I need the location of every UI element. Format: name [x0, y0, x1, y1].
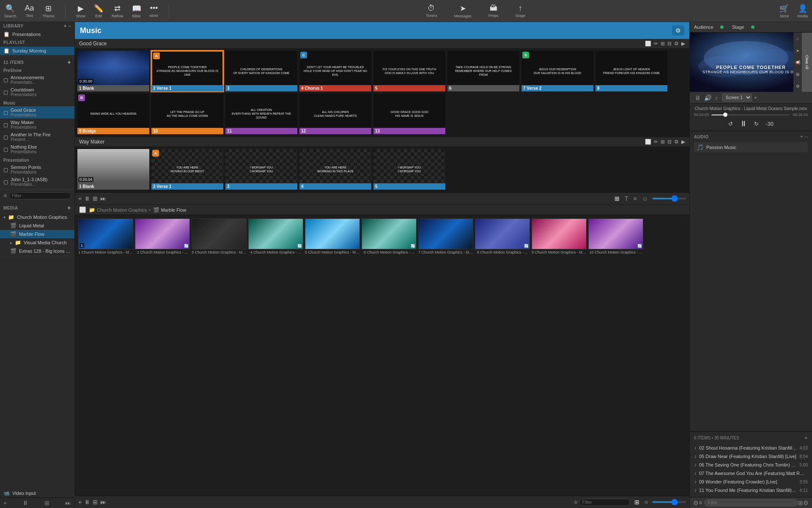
slide-5[interactable]: FIX YOUR EYES ON THIS ONE TRUTHGOD IS MA…	[373, 50, 446, 92]
add-media-btn[interactable]: +	[67, 204, 71, 211]
library-filter-input[interactable]	[9, 192, 71, 199]
extras-item[interactable]: 🎬 Extras 128 - Big Icons - M...	[0, 247, 74, 255]
store-tool[interactable]: 🛒 Store	[779, 4, 789, 18]
slide-8[interactable]: JESUS LIGHT OF HEAVENFRIEND FOREVER HIS …	[595, 50, 668, 92]
text-view-toggle[interactable]: T	[623, 194, 630, 203]
settings-preview-icon[interactable]: ⚙	[796, 84, 800, 88]
add-item-btn[interactable]: +	[67, 59, 71, 66]
slide-11[interactable]: ALL CREATIONEVERYTHING WITH BREATH REPEA…	[225, 93, 298, 135]
slide-13[interactable]: GOOD GRACE GOOD GODHIS NAME IS JESUS 13	[373, 93, 446, 135]
media-thumb-5[interactable]: 5 Church Motion Graphics - Ma...	[305, 218, 360, 492]
way-maker-grid-btn[interactable]: ⊟	[667, 139, 672, 145]
marble-flow-item[interactable]: 🎬 Marble Flow	[0, 230, 74, 238]
list-view-toggle[interactable]: ≡	[632, 194, 639, 203]
search-tool[interactable]: 🔍 Search	[4, 4, 16, 18]
library-expand-btn[interactable]: −	[69, 24, 71, 28]
media-thumb-7[interactable]: 7 Church Motion Graphics - Ma...	[418, 218, 473, 492]
grid-view-toggle[interactable]: ⊞	[613, 194, 621, 203]
library-collapse-btn[interactable]: +	[64, 24, 66, 28]
next-media-btn[interactable]: ⏭	[65, 500, 71, 506]
stage-tool[interactable]: ↑ Stage	[515, 4, 525, 18]
wm-slide-3[interactable]: I WORSHIP YOUI WORSHIP YOU 3	[225, 148, 298, 190]
another-in-fire-item[interactable]: ▢ Another In The Fire Present...	[0, 131, 74, 143]
sermon-points-item[interactable]: ▢ Sermon Points Presentations	[0, 163, 74, 176]
john-item[interactable]: ▢ John 1_1-3 (ASB) Presentatio...	[0, 176, 74, 188]
passion-music-item[interactable]: 🎵 Passion Music	[694, 142, 808, 152]
wm-slide-1[interactable]: 0:20.04 1 Blank	[77, 148, 150, 190]
slide-9-bridge[interactable]: B SWING WIDE ALL YOU HEAVENS 9 Bridge	[77, 93, 150, 135]
add-media-item-btn[interactable]: +	[78, 499, 82, 505]
way-maker-layout-btn[interactable]: ⊞	[661, 139, 665, 145]
good-grace-screen-btn[interactable]: ⬜	[645, 41, 651, 47]
screen-select[interactable]: Screen 1	[722, 94, 752, 102]
media-thumb-6[interactable]: 🔄 6 Church Motion Graphics - ...	[362, 218, 417, 492]
add-media-bottom-btn[interactable]: +	[3, 500, 7, 506]
way-maker-edit-btn[interactable]: ✏	[654, 139, 658, 145]
wm-slide-5[interactable]: I WORSHIP YOUI WORSHIP YOU 5	[373, 148, 446, 190]
breadcrumb-root[interactable]: Church Motion Graphics	[97, 207, 147, 213]
setlist-item-3[interactable]: ♪ 06 The Saving One (Featuring Chris Tom…	[694, 461, 808, 469]
bible-tool[interactable]: 📖 Bible	[132, 4, 141, 18]
good-grace-item[interactable]: ▢ Good Grace Presentations	[0, 106, 74, 119]
setlist-add-btn[interactable]: +	[804, 434, 808, 441]
way-maker-screen-btn[interactable]: ⬜	[645, 139, 651, 145]
right-filter-input[interactable]	[704, 499, 798, 506]
nothing-else-item[interactable]: ▢ Nothing Else Presentations	[0, 143, 74, 155]
fast-forward-btn[interactable]: ↻	[754, 121, 759, 127]
presentations-item[interactable]: 📋 Presentations	[0, 30, 74, 39]
timers-tool[interactable]: ⏱ Timers	[426, 4, 437, 18]
setlist-item-1[interactable]: ♪ 02 Shout Hosanna (Featuring Kristian S…	[694, 444, 808, 452]
countdown-item[interactable]: ▢ Countdown Presentations	[0, 86, 74, 98]
media-back-btn[interactable]: ⬜	[79, 207, 86, 213]
arrow-preview-icon[interactable]: ➤	[796, 48, 799, 53]
media-tool[interactable]: 👤 Media	[797, 4, 808, 18]
media-thumb-2[interactable]: 🔄 2 Church Motion Graphics - ...	[135, 218, 190, 492]
pause-media-item-btn[interactable]: ⏸	[84, 499, 90, 505]
slide-6[interactable]: TAKE COURAGE HOLD ON BE STRONGREMEMBER W…	[447, 50, 520, 92]
add-audio-btn[interactable]: +	[800, 134, 803, 140]
media-thumb-3[interactable]: 3 Church Motion Graphics - Ma...	[192, 218, 247, 492]
skip-media-item-btn[interactable]: ⏭	[100, 499, 106, 505]
setlist-item-5[interactable]: ♪ 09 Wonder (Featuring Crowder) [Live] 3…	[694, 478, 808, 486]
music-preview-icon[interactable]: ♪	[797, 36, 799, 41]
sunday-morning-item[interactable]: 📋 Sunday Morning	[0, 47, 74, 55]
media-zoom-slider[interactable]	[652, 501, 686, 503]
grid-view-btn[interactable]: ⊞	[93, 195, 98, 202]
way-maker-settings-btn[interactable]: ⚙	[674, 139, 679, 145]
rewind-btn[interactable]: ↺	[728, 121, 733, 127]
text-tool[interactable]: Aa Text	[25, 4, 34, 18]
wm-slide-4[interactable]: YOU ARE HEREWORKING IN THIS PLACE 4	[299, 148, 372, 190]
media-thumb-9[interactable]: 9 Church Motion Graphics - Ma...	[532, 218, 587, 492]
grid-media-btn[interactable]: ⊞	[44, 500, 49, 506]
slide-2-verse1[interactable]: A PEOPLE COME TOGETHERSTRANGE AS NEIGHBO…	[151, 50, 224, 92]
pause-media-btn[interactable]: ⏸	[22, 500, 28, 506]
reflow-tool[interactable]: ⇄ Reflow	[112, 4, 123, 18]
slide-12[interactable]: ALL HIS CHILDRENCLEAN HANDS PURE HEARTS …	[299, 93, 372, 135]
announcements-item[interactable]: ▢ Announcements Presentatio...	[0, 74, 74, 86]
church-motion-graphics-folder[interactable]: ▾ 📁 Church Motion Graphics	[0, 213, 74, 221]
emoji-view-toggle[interactable]: ☺	[640, 194, 650, 203]
video-input-item[interactable]: 📹 Video Input	[0, 489, 74, 497]
theme-tool[interactable]: ⊞ Theme	[43, 4, 55, 18]
good-grace-edit-btn[interactable]: ✏	[654, 41, 658, 47]
right-grid-btn[interactable]: ⊞	[798, 500, 803, 506]
layout-preview-icon[interactable]: ⊞	[796, 72, 799, 77]
good-grace-layout-btn[interactable]: ⊞	[661, 41, 665, 47]
media-filter-input[interactable]	[579, 499, 630, 506]
more-tool[interactable]: ••• More	[150, 4, 159, 18]
grid-media-item-btn[interactable]: ⊞	[93, 499, 98, 505]
play-pause-btn[interactable]: ⏸	[740, 119, 747, 128]
zoom-slider[interactable]	[652, 198, 686, 199]
setlist-item-4[interactable]: ♪ 07 The Awesome God You Are (Featuring …	[694, 469, 808, 478]
good-grace-play-btn[interactable]: ▶	[681, 41, 685, 47]
liquid-metal-item[interactable]: 🎬 Liquid Metal	[0, 221, 74, 230]
media-thumb-10[interactable]: 🔄 10 Church Motion Graphics - ...	[588, 218, 643, 492]
edit-tool[interactable]: ✏️ Edit	[94, 4, 103, 18]
wm-slide-2[interactable]: A YOU ARE HEREMOVING IN OUR MIDST 2 Vers…	[151, 148, 224, 190]
media-grid-view-btn[interactable]: ⊞	[633, 498, 641, 506]
right-layout-btn[interactable]: ⚙	[803, 500, 809, 506]
announcement-preview-icon[interactable]: 📢	[795, 60, 800, 65]
audio-settings-btn[interactable]: −	[805, 134, 808, 140]
skip-btn[interactable]: ⏭	[100, 195, 106, 202]
media-thumb-1[interactable]: 1 1 Church Motion Graphics - Ma...	[78, 218, 133, 492]
